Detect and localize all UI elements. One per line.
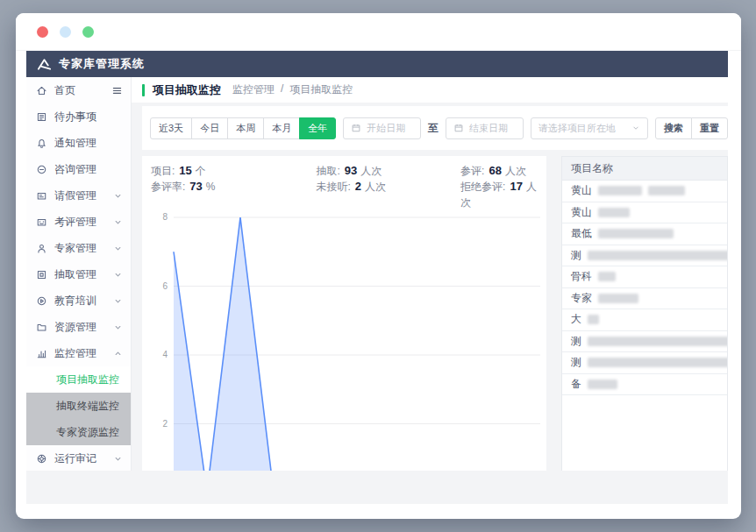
quick-range-button-近3天[interactable]: 近3天 bbox=[150, 117, 192, 139]
stat-unit: 人次 bbox=[505, 165, 526, 177]
project-name-prefix: 测 bbox=[571, 334, 581, 349]
sidebar-item-6[interactable]: 考评管理 bbox=[26, 209, 131, 235]
sidebar-item-label: 监控管理 bbox=[54, 346, 106, 361]
expert-icon bbox=[36, 243, 47, 254]
project-name-prefix: 黄山 bbox=[571, 183, 592, 198]
quick-range-button-本月[interactable]: 本月 bbox=[263, 117, 300, 139]
redacted-text bbox=[598, 229, 674, 238]
sidebar-item-7[interactable]: 专家管理 bbox=[26, 235, 131, 261]
project-row-2[interactable]: 黄山 bbox=[562, 202, 727, 224]
stat-项目:: 项目:15个 bbox=[151, 163, 316, 179]
breadcrumb-parent-link[interactable]: 监控管理 bbox=[232, 82, 275, 97]
chevron-down-icon bbox=[631, 124, 640, 132]
sidebar-item-label: 待办事项 bbox=[54, 110, 123, 124]
quick-range-group: 近3天今日本周本月全年 bbox=[150, 117, 336, 139]
stat-unit: 人次 bbox=[360, 165, 382, 177]
project-row-6[interactable]: 专家 bbox=[562, 288, 727, 310]
window-titlebar bbox=[16, 13, 741, 51]
quick-range-button-本周[interactable]: 本周 bbox=[227, 117, 264, 139]
start-date-input[interactable]: 开始日期 bbox=[343, 117, 421, 139]
calendar-icon bbox=[351, 123, 361, 133]
svg-text:2: 2 bbox=[162, 419, 168, 429]
sidebar-item-9[interactable]: 教育培训 bbox=[26, 287, 131, 314]
sidebar-item-label: 首页 bbox=[54, 83, 104, 98]
stat-value: 68 bbox=[489, 164, 501, 177]
calendar-icon bbox=[453, 123, 464, 133]
sidebar-item-12[interactable]: 运行审记 bbox=[26, 445, 131, 471]
stat-label: 参评率: bbox=[151, 181, 185, 193]
redacted-text bbox=[598, 186, 642, 195]
search-button[interactable]: 搜索 bbox=[655, 117, 692, 139]
redacted-text bbox=[598, 272, 616, 281]
project-row-4[interactable]: 测 bbox=[562, 245, 727, 267]
project-name-prefix: 专家 bbox=[571, 291, 592, 306]
sidebar: 首页待办事项通知管理咨询管理请假管理考评管理专家管理抽取管理教育培训资源管理监控… bbox=[26, 77, 132, 471]
traffic-light-zoom-button[interactable] bbox=[82, 26, 94, 38]
project-name-prefix: 黄山 bbox=[571, 205, 592, 220]
quick-range-button-全年[interactable]: 全年 bbox=[299, 117, 336, 139]
sidebar-collapse-icon[interactable] bbox=[111, 85, 123, 96]
project-location-select[interactable]: 请选择项目所在地 bbox=[531, 117, 648, 139]
sidebar-item-8[interactable]: 抽取管理 bbox=[26, 261, 131, 287]
reset-button[interactable]: 重置 bbox=[691, 117, 728, 139]
sidebar-item-label: 抽取管理 bbox=[54, 267, 106, 282]
sidebar-subitem-抽取终端监控[interactable]: 抽取终端监控 bbox=[26, 393, 131, 419]
sidebar-item-label: 咨询管理 bbox=[54, 162, 123, 177]
project-row-8[interactable]: 测 bbox=[562, 331, 727, 353]
app-window: 专家库管理系统 首页待办事项通知管理咨询管理请假管理考评管理专家管理抽取管理教育… bbox=[16, 13, 741, 519]
sidebar-item-1[interactable]: 首页 bbox=[26, 77, 131, 103]
sidebar-item-label: 请假管理 bbox=[54, 188, 106, 203]
stat-value: 2 bbox=[355, 180, 361, 193]
end-date-input[interactable]: 结束日期 bbox=[446, 117, 524, 139]
redacted-text bbox=[588, 358, 727, 367]
consult-icon bbox=[36, 164, 47, 175]
location-placeholder: 请选择项目所在地 bbox=[538, 122, 616, 135]
project-row-3[interactable]: 最低 bbox=[562, 223, 727, 245]
stat-未接听:: 未接听:2人次 bbox=[316, 179, 460, 195]
project-row-10[interactable]: 备 bbox=[562, 374, 727, 396]
sidebar-subitem-项目抽取监控[interactable]: 项目抽取监控 bbox=[26, 366, 131, 393]
traffic-light-close-button[interactable] bbox=[37, 26, 48, 38]
project-name-prefix: 大 bbox=[571, 312, 581, 327]
redacted-text bbox=[588, 337, 727, 346]
svg-text:6: 6 bbox=[162, 281, 168, 291]
sidebar-subitem-label: 抽取终端监控 bbox=[56, 399, 119, 414]
monthly-extraction-chart: 024681月2月3月4月5月6月7月8月9月10月11月12月 bbox=[151, 210, 546, 471]
sidebar-item-3[interactable]: 通知管理 bbox=[26, 130, 131, 156]
page-title: 项目抽取监控 bbox=[153, 82, 221, 98]
stats-summary: 项目:15个参评率:73%抽取:93人次未接听:2人次参评:68人次拒绝参评:1… bbox=[151, 163, 546, 210]
redacted-text bbox=[588, 379, 617, 389]
stat-label: 拒绝参评: bbox=[460, 181, 505, 193]
sidebar-subitem-专家资源监控[interactable]: 专家资源监控 bbox=[26, 419, 131, 445]
project-row-1[interactable]: 黄山 bbox=[562, 181, 727, 202]
sidebar-item-11[interactable]: 监控管理 bbox=[26, 340, 131, 366]
project-row-9[interactable]: 测 bbox=[562, 352, 727, 374]
sidebar-item-5[interactable]: 请假管理 bbox=[26, 182, 131, 209]
app-navbar: 专家库管理系统 bbox=[26, 51, 728, 77]
stat-抽取:: 抽取:93人次 bbox=[316, 163, 460, 179]
stat-value: 15 bbox=[179, 164, 191, 177]
project-table-header: 项目名称 bbox=[562, 157, 727, 181]
traffic-light-minimize-button[interactable] bbox=[60, 26, 71, 38]
date-range-join-label: 至 bbox=[428, 121, 439, 136]
sidebar-item-10[interactable]: 资源管理 bbox=[26, 314, 131, 340]
project-row-5[interactable]: 骨科 bbox=[562, 266, 727, 288]
end-date-placeholder: 结束日期 bbox=[469, 122, 508, 135]
stat-label: 抽取: bbox=[316, 165, 339, 177]
chevron-down-icon bbox=[113, 191, 123, 201]
project-name-prefix: 最低 bbox=[571, 226, 592, 241]
chevron-down-icon bbox=[113, 217, 123, 227]
app-title: 专家库管理系统 bbox=[59, 56, 145, 72]
project-name-prefix: 备 bbox=[571, 377, 581, 392]
project-row-7[interactable]: 大 bbox=[562, 309, 727, 331]
stat-label: 未接听: bbox=[316, 181, 350, 193]
sidebar-subitem-label: 项目抽取监控 bbox=[56, 372, 119, 387]
app-frame: 专家库管理系统 首页待办事项通知管理咨询管理请假管理考评管理专家管理抽取管理教育… bbox=[26, 51, 728, 504]
bell-icon bbox=[36, 138, 47, 149]
sidebar-item-2[interactable]: 待办事项 bbox=[26, 103, 131, 130]
sidebar-item-label: 通知管理 bbox=[54, 136, 123, 151]
sidebar-item-4[interactable]: 咨询管理 bbox=[26, 156, 131, 182]
chevron-up-icon bbox=[113, 349, 123, 358]
quick-range-button-今日[interactable]: 今日 bbox=[191, 117, 228, 139]
start-date-placeholder: 开始日期 bbox=[367, 122, 405, 135]
